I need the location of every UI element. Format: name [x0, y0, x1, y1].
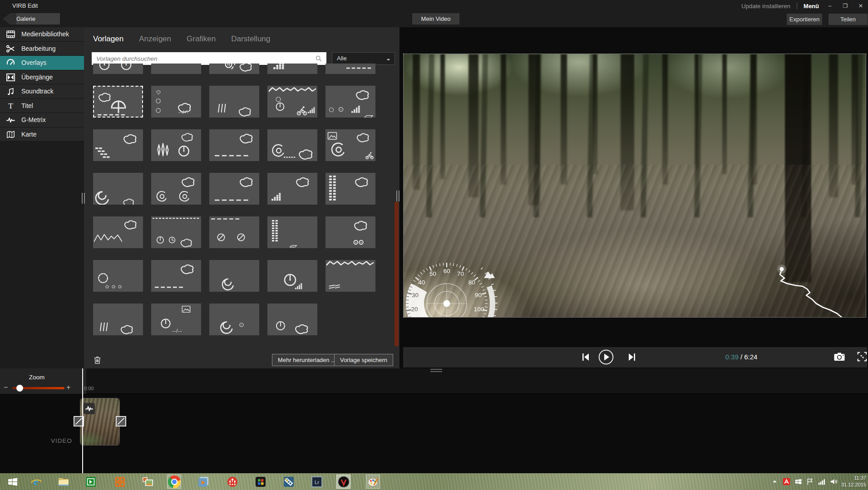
save-template-button[interactable]: Vorlage speichern: [334, 354, 393, 366]
taskbar-media-player-icon[interactable]: [196, 475, 210, 489]
tab-vorlagen[interactable]: Vorlagen: [93, 34, 123, 44]
template-tile[interactable]: [267, 129, 317, 161]
sidebar-item-titel[interactable]: TTitel: [0, 99, 84, 113]
playhead[interactable]: [82, 368, 83, 473]
gauge2-glyph-icon: [215, 231, 227, 244]
timeline-ruler[interactable]: 0:00: [86, 368, 868, 394]
sidebar-item-karte[interactable]: Karte: [0, 127, 84, 142]
close-button[interactable]: ✕: [856, 3, 865, 9]
taskbar-puzzle-app-icon[interactable]: [253, 475, 267, 489]
gmetrix-badge-icon[interactable]: [84, 403, 95, 414]
taskbar-video-editor-icon[interactable]: [281, 475, 296, 489]
template-tile[interactable]: [326, 129, 375, 161]
zoom-out-button[interactable]: −: [4, 383, 8, 392]
fullscreen-button[interactable]: [856, 351, 868, 363]
tab-anzeigen[interactable]: Anzeigen: [139, 34, 171, 44]
template-tile[interactable]: --/--: [151, 304, 201, 335]
track-glyph-icon: [238, 175, 254, 190]
timeline-resize-grip[interactable]: [430, 369, 442, 372]
template-tile[interactable]: [267, 304, 317, 335]
template-tile[interactable]: N: [209, 64, 259, 74]
template-tile[interactable]: [326, 173, 375, 205]
play-button[interactable]: [598, 349, 614, 365]
menu-button[interactable]: Menü: [804, 3, 819, 10]
filter-dropdown[interactable]: Alle: [332, 52, 395, 65]
template-tile[interactable]: [151, 129, 201, 161]
template-tile[interactable]: [209, 260, 259, 292]
tray-network-icon[interactable]: [818, 477, 826, 486]
update-link[interactable]: Update installieren: [741, 3, 790, 10]
taskbar-file-explorer-icon[interactable]: [56, 475, 70, 489]
snapshot-camera-button[interactable]: [833, 351, 846, 363]
template-tile[interactable]: [93, 216, 143, 248]
template-tile[interactable]: [267, 64, 317, 74]
tray-action-center-icon[interactable]: [806, 477, 814, 486]
template-tile[interactable]: [93, 260, 143, 292]
tray-windows-icon[interactable]: [794, 477, 803, 486]
sidebar-item-medienbibliothek[interactable]: Medienbibliothek: [0, 27, 84, 42]
taskbar-red-share-app-icon[interactable]: [225, 475, 239, 489]
panel-resize-grip-left[interactable]: [82, 193, 85, 204]
tray-volume-icon[interactable]: [829, 477, 838, 486]
sidebar-item-overlays[interactable]: Overlays: [0, 56, 84, 70]
template-tile[interactable]: [151, 173, 201, 205]
taskbar-photo-viewer-icon[interactable]: [141, 475, 155, 489]
template-tile[interactable]: [326, 64, 375, 74]
template-tile[interactable]: [151, 64, 201, 74]
gallery-back-button[interactable]: Galerie: [3, 13, 60, 24]
trash-icon[interactable]: [92, 355, 103, 365]
template-tile[interactable]: [267, 260, 317, 292]
transition-handle-right[interactable]: [116, 416, 126, 426]
template-tile[interactable]: [326, 216, 375, 248]
template-tile[interactable]: [209, 86, 259, 118]
tab-grafiken[interactable]: Grafiken: [187, 34, 216, 44]
minimize-button[interactable]: –: [825, 3, 834, 9]
share-button[interactable]: Teilen: [829, 14, 868, 25]
template-tile[interactable]: --/--: [151, 86, 201, 118]
gauge-glyph-icon: [118, 64, 134, 73]
template-tile[interactable]: [93, 173, 143, 205]
template-tile[interactable]: [151, 260, 201, 292]
step-forward-button[interactable]: [626, 351, 638, 363]
taskbar-start-icon[interactable]: [5, 475, 20, 489]
sidebar-item-soundtrack[interactable]: Soundtrack: [0, 84, 84, 99]
template-tile[interactable]: [209, 129, 259, 161]
panel-resize-grip-right[interactable]: [396, 191, 399, 201]
video-preview[interactable]: 010203040506070809010011012036km/h554m: [403, 54, 866, 318]
taskbar-internet-explorer-icon[interactable]: e: [29, 475, 43, 489]
template-tile-selected[interactable]: [93, 86, 143, 118]
taskbar-chrome-icon[interactable]: [167, 475, 181, 489]
taskbar-paint-icon[interactable]: [366, 475, 380, 489]
template-tile[interactable]: [151, 216, 201, 248]
taskbar-lightroom-icon[interactable]: Lr: [310, 475, 324, 489]
taskbar-virb-edit-icon[interactable]: [336, 475, 350, 489]
template-tile[interactable]: [93, 129, 143, 161]
download-more-button[interactable]: Mehr herunterladen ...: [272, 354, 342, 366]
template-tile[interactable]: [267, 216, 317, 248]
sidebar-item-gmetrix[interactable]: G-Metrix: [0, 113, 84, 127]
tray-avira-antivirus-icon[interactable]: [782, 477, 791, 486]
taskbar-office-icon[interactable]: [113, 475, 127, 489]
export-button[interactable]: Exportieren: [787, 14, 822, 25]
sidebar-item-bearbeitung[interactable]: Bearbeitung: [0, 42, 84, 56]
search-input[interactable]: [92, 52, 326, 65]
taskbar-green-media-app-icon[interactable]: [84, 475, 98, 489]
template-tile[interactable]: [209, 173, 259, 205]
panel-scrollbar[interactable]: [395, 202, 399, 346]
zoom-slider-handle[interactable]: [16, 385, 23, 392]
sidebar-item-uebergaenge[interactable]: Übergänge: [0, 70, 84, 85]
template-tile[interactable]: [267, 86, 317, 118]
template-tile[interactable]: [326, 86, 375, 118]
zoom-in-button[interactable]: +: [66, 383, 70, 392]
step-back-button[interactable]: [579, 351, 592, 363]
template-tile[interactable]: [326, 260, 375, 292]
tray-hidden-icons-icon[interactable]: [770, 477, 779, 486]
template-tile[interactable]: [267, 173, 317, 205]
template-tile[interactable]: [209, 304, 259, 335]
template-tile[interactable]: [93, 304, 143, 335]
tab-darstellung[interactable]: Darstellung: [231, 34, 270, 44]
template-tile[interactable]: [209, 216, 259, 248]
restore-button[interactable]: ❐: [841, 3, 850, 9]
template-tile[interactable]: [93, 64, 143, 74]
taskbar-clock[interactable]: 11:37 31.12.2015: [839, 475, 866, 488]
